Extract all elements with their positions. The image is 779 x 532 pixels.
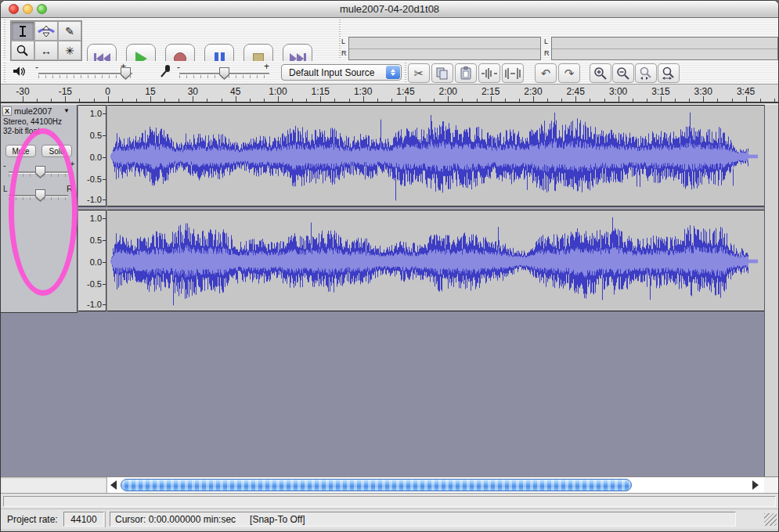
zoom-in-button[interactable] (590, 63, 611, 83)
scroll-left-arrow[interactable] (110, 480, 117, 490)
trim-button[interactable] (478, 63, 500, 83)
timeline-tick (94, 99, 95, 102)
timeline-label: 1:45 (396, 86, 414, 97)
vruler-label: 1.0 (78, 109, 102, 118)
titlebar[interactable]: mule2007-04-20d1t08 (1, 1, 778, 18)
input-source-value: Default Input Source (289, 67, 374, 78)
timeline-tick (448, 96, 449, 102)
zoom-out-button[interactable] (612, 63, 634, 83)
mute-button[interactable]: Mute (5, 145, 36, 157)
window-bottom-edge (1, 529, 778, 532)
vertical-ruler-right-channel[interactable]: 1.0 0.5 0.0 -0.5 -1.0 (78, 210, 106, 311)
timeline-tick (320, 96, 321, 102)
timeline-tick (575, 96, 576, 102)
timeshift-tool-button[interactable]: ↔ (34, 41, 58, 60)
pan-left-label: L (3, 185, 8, 193)
multi-tool-button[interactable]: ✳ (58, 41, 81, 60)
timeline-ruler[interactable]: -30 -15 0 15 30 45 1:00 1:15 1:30 1:45 2… (1, 84, 778, 103)
paste-button[interactable] (455, 63, 477, 83)
window-resize-grip[interactable] (764, 513, 777, 526)
timeline-label: 1:30 (354, 86, 372, 97)
pencil-icon: ✎ (65, 25, 74, 38)
timeline-tick (207, 99, 207, 102)
timeline-tick (51, 99, 52, 102)
timeline-tick (23, 96, 23, 102)
fit-selection-button[interactable] (635, 63, 657, 83)
fit-project-icon (662, 66, 676, 81)
output-meter[interactable]: L R (341, 37, 542, 61)
timeline-label: 3:30 (694, 86, 712, 97)
select-arrows-icon (386, 66, 400, 79)
output-meter-bars[interactable] (348, 37, 541, 60)
timeline-tick (619, 96, 619, 102)
timeline-tick (193, 96, 193, 102)
timeshift-icon: ↔ (41, 45, 52, 57)
timeline-label: 45 (230, 86, 240, 97)
copy-button[interactable] (431, 63, 453, 83)
waveform-left-channel[interactable] (107, 105, 764, 207)
input-meter-bars[interactable] (551, 37, 778, 60)
toolbar-grab-handle[interactable] (2, 20, 8, 59)
track-title[interactable]: mule2007 (14, 106, 52, 116)
timeline-label: -15 (59, 86, 72, 97)
timeline-label: 1:00 (269, 86, 287, 97)
track-menu-caret-icon[interactable]: ▼ (63, 107, 70, 114)
redo-button[interactable]: ↷ (558, 63, 580, 83)
vruler-label: -0.5 (78, 279, 102, 289)
window-title: mule2007-04-20d1t08 (1, 3, 778, 15)
waveform-right-channel[interactable] (107, 210, 764, 311)
gain-max-label: + (70, 159, 74, 168)
timeline-tick (462, 99, 463, 102)
selection-tool-button[interactable] (11, 21, 34, 41)
waveform-canvas-left[interactable] (109, 106, 761, 207)
track-control-panel[interactable]: X mule2007 ▼ Stereo, 44100Hz 32-bit floa… (1, 105, 78, 313)
timeline-tick (349, 99, 350, 102)
timeline-label: 1:15 (312, 86, 330, 97)
fit-project-button[interactable] (658, 63, 680, 83)
timeline-tick (703, 96, 704, 102)
trim-icon (481, 67, 497, 80)
scroll-right-arrow[interactable] (752, 480, 759, 490)
undo-button[interactable]: ↶ (535, 63, 557, 83)
output-meter-right-label: R (341, 49, 348, 57)
track-format-info: Stereo, 44100Hz (3, 117, 62, 126)
control-toolbar: ✎ ↔ ✳ (1, 18, 778, 61)
project-rate-label: Project rate: (7, 514, 58, 525)
timeline-tick (334, 99, 335, 102)
timeline-tick (675, 99, 676, 102)
timeline-tick (278, 96, 279, 102)
timeline-label: 15 (145, 86, 155, 97)
timeline-label: 3:15 (651, 86, 669, 97)
input-meter[interactable]: L R (544, 37, 779, 61)
timeline-tick (136, 99, 137, 102)
timeline-tick (37, 99, 38, 102)
output-volume-slider[interactable] (38, 73, 132, 74)
snap-to-status: [Snap-To Off] (250, 514, 305, 525)
cut-button[interactable]: ✂ (408, 63, 430, 83)
solo-button[interactable]: Solo (41, 145, 72, 157)
track-close-button[interactable]: X (2, 106, 12, 116)
zoom-tool-button[interactable] (11, 41, 34, 60)
envelope-tool-button[interactable] (34, 21, 58, 41)
zoom-out-icon (616, 66, 630, 81)
project-rate-value[interactable]: 44100 (63, 512, 104, 527)
horizontal-scrollbar[interactable] (1, 476, 778, 493)
track-bitdepth-info: 32-bit float (3, 127, 40, 135)
timeline-tick (164, 99, 165, 102)
timeline-tick (236, 96, 236, 102)
timeline-tick (222, 99, 222, 102)
input-source-select[interactable]: Default Input Source (281, 64, 402, 81)
timeline-label: 2:00 (439, 86, 457, 97)
timeline-tick (292, 99, 293, 102)
mixer-grab-handle[interactable] (2, 63, 8, 82)
timeline-tick (533, 96, 534, 102)
waveform-canvas-right[interactable] (109, 211, 761, 311)
timeline-tick (65, 96, 66, 102)
vertical-ruler-left-channel[interactable]: 1.0 0.5 0.0 -0.5 -1.0 (78, 105, 106, 207)
silence-button[interactable] (502, 63, 524, 83)
scrollbar-thumb[interactable] (121, 479, 632, 491)
draw-tool-button[interactable]: ✎ (58, 21, 81, 41)
output-volume-min-label: - (35, 62, 38, 73)
vertical-scrollbar-track[interactable] (764, 105, 779, 476)
statusbar-separator (105, 511, 106, 527)
